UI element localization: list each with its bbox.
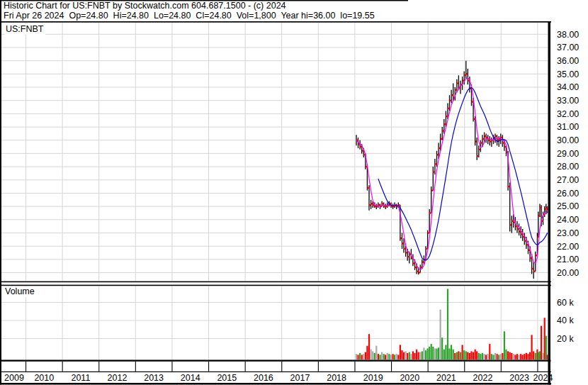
volume-bars [356,289,548,359]
svg-text:37.00: 37.00 [557,43,579,52]
svg-text:35.00: 35.00 [557,69,579,79]
svg-text:2014: 2014 [181,373,200,383]
svg-text:27.00: 27.00 [557,175,579,185]
svg-text:29.00: 29.00 [557,149,579,159]
svg-text:21.00: 21.00 [557,255,579,264]
chart-canvas: 38.0037.0036.0035.0034.0033.0032.0031.00… [0,0,588,385]
symbol-label: US:FNBT [5,24,45,35]
svg-text:33.00: 33.00 [557,96,579,106]
svg-text:2023: 2023 [509,373,529,383]
svg-text:2013: 2013 [144,373,164,383]
close-dots [356,73,549,274]
stockwatch-historic-chart-window: 38.0037.0036.0035.0034.0033.0032.0031.00… [0,0,588,385]
svg-text:32.00: 32.00 [557,109,579,119]
svg-text:31.00: 31.00 [557,122,579,132]
svg-text:2021: 2021 [436,373,456,383]
svg-text:2012: 2012 [108,373,128,383]
quote-summary-line: Fri Apr 26 2024 Op=24.80 Hi=24.80 Lo=24.… [4,11,375,21]
svg-text:38.00: 38.00 [557,30,579,40]
svg-text:22.00: 22.00 [557,242,579,252]
svg-text:2018: 2018 [327,373,346,383]
svg-text:2010: 2010 [34,373,54,383]
svg-text:2015: 2015 [217,373,237,383]
frame-borders [0,0,551,385]
svg-text:30.00: 30.00 [557,135,579,145]
svg-text:20.00: 20.00 [557,268,579,278]
svg-text:25.00: 25.00 [557,201,579,211]
svg-text:2011: 2011 [71,373,90,383]
svg-text:34.00: 34.00 [557,82,579,92]
price-axis-labels: 38.0037.0036.0035.0034.0033.0032.0031.00… [557,30,579,278]
svg-text:36.00: 36.00 [557,56,579,66]
svg-text:24.00: 24.00 [557,215,579,225]
volume-axis-labels: 60 k40 k20 k [557,298,574,344]
svg-text:26.00: 26.00 [557,189,579,199]
svg-text:28.00: 28.00 [557,162,579,172]
chart-title: Historic Chart for US:FNBT by Stockwatch… [4,1,286,11]
svg-text:2022: 2022 [473,373,493,383]
svg-text:20 k: 20 k [557,334,574,344]
svg-text:60 k: 60 k [557,298,574,308]
svg-text:40 k: 40 k [557,316,574,325]
svg-text:2017: 2017 [290,373,310,383]
volume-pane-label: Volume [4,286,37,297]
svg-text:23.00: 23.00 [557,228,579,238]
svg-text:2020: 2020 [400,373,419,383]
fast-ma-line [356,78,548,270]
svg-text:2019: 2019 [363,373,383,383]
svg-text:2016: 2016 [254,373,273,383]
svg-text:2009: 2009 [4,373,24,383]
year-axis-labels: 2009201020112012201320142015201620172018… [4,373,553,383]
